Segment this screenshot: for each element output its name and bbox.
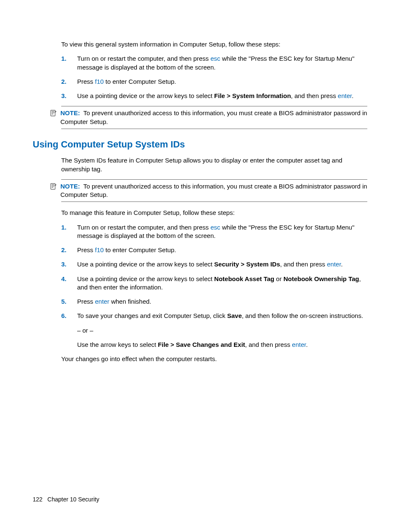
- section-heading: Using Computer Setup System IDs: [33, 138, 367, 151]
- note-text: NOTE:To prevent unauthorized access to t…: [60, 109, 367, 126]
- page-footer: 122 Chapter 10 Security: [33, 496, 99, 504]
- svg-rect-1: [51, 183, 55, 189]
- step-2-3: 3. Use a pointing device or the arrow ke…: [61, 260, 367, 269]
- keycap-esc: esc: [210, 224, 220, 231]
- keycap-enter: enter: [95, 298, 109, 305]
- keycap-enter: enter: [327, 261, 341, 268]
- option-name: Notebook Asset Tag: [214, 275, 274, 282]
- step-number: 6.: [61, 312, 77, 349]
- steps-list-2: 1. Turn on or restart the computer, and …: [61, 223, 367, 349]
- step-2-5: 5. Press enter when finished.: [61, 297, 367, 306]
- step-2-6: 6. To save your changes and exit Compute…: [61, 312, 367, 349]
- step-number: 3.: [61, 260, 77, 269]
- keycap-enter: enter: [292, 341, 306, 348]
- page-number: 122: [33, 496, 42, 503]
- intro-paragraph-1: To view this general system information …: [61, 40, 367, 49]
- note-icon: [49, 109, 57, 117]
- step-text: To save your changes and exit Computer S…: [77, 312, 367, 349]
- step-2-2: 2. Press f10 to enter Computer Setup.: [61, 246, 367, 254]
- or-separator: – or –: [77, 326, 367, 335]
- menu-path: File > System Information: [214, 92, 291, 99]
- steps-list-1: 1. Turn on or restart the computer, and …: [61, 54, 367, 100]
- closing-paragraph: Your changes go into effect when the com…: [61, 355, 367, 363]
- step-text: Press f10 to enter Computer Setup.: [77, 246, 367, 254]
- step-text: Turn on or restart the computer, and the…: [77, 54, 367, 72]
- step-2-4: 4. Use a pointing device or the arrow ke…: [61, 275, 367, 292]
- step-1-2: 2. Press f10 to enter Computer Setup.: [61, 77, 367, 86]
- alt-instruction: Use the arrow keys to select File > Save…: [77, 341, 367, 349]
- step-number: 4.: [61, 275, 77, 292]
- step-number: 3.: [61, 92, 77, 100]
- step-text: Use a pointing device or the arrow keys …: [77, 275, 367, 292]
- chapter-label: Chapter 10 Security: [47, 496, 99, 503]
- step-1-3: 3. Use a pointing device or the arrow ke…: [61, 92, 367, 100]
- step-number: 5.: [61, 297, 77, 306]
- keycap-enter: enter: [338, 92, 352, 99]
- step-number: 2.: [61, 246, 77, 254]
- step-text: Turn on or restart the computer, and the…: [77, 223, 367, 240]
- note-label: NOTE:: [60, 109, 80, 116]
- step-number: 1.: [61, 223, 77, 240]
- step-1-1: 1. Turn on or restart the computer, and …: [61, 54, 367, 72]
- note-text: NOTE:To prevent unauthorized access to t…: [60, 182, 367, 199]
- keycap-f10: f10: [95, 78, 104, 85]
- button-name: Save: [227, 312, 242, 319]
- menu-path: Security > System IDs: [214, 261, 280, 268]
- intro-paragraph-2: The System IDs feature in Computer Setup…: [61, 156, 367, 173]
- step-text: Use a pointing device or the arrow keys …: [77, 260, 367, 269]
- note-block-1: NOTE:To prevent unauthorized access to t…: [61, 106, 367, 129]
- note-block-2: NOTE:To prevent unauthorized access to t…: [61, 179, 367, 202]
- page-content: To view this general system information …: [0, 0, 400, 386]
- option-name: Notebook Ownership Tag: [283, 275, 359, 282]
- step-number: 2.: [61, 77, 77, 86]
- keycap-f10: f10: [95, 246, 104, 253]
- step-text: Press enter when finished.: [77, 297, 367, 306]
- keycap-esc: esc: [210, 55, 220, 62]
- intro-paragraph-3: To manage this feature in Computer Setup…: [61, 209, 367, 217]
- step-2-1: 1. Turn on or restart the computer, and …: [61, 223, 367, 240]
- step-text: Press f10 to enter Computer Setup.: [77, 77, 367, 86]
- menu-path: File > Save Changes and Exit: [158, 341, 245, 348]
- step-text: Use a pointing device or the arrow keys …: [77, 92, 367, 100]
- step-number: 1.: [61, 54, 77, 72]
- note-icon: [49, 183, 57, 190]
- svg-rect-0: [51, 111, 55, 116]
- note-label: NOTE:: [60, 183, 80, 190]
